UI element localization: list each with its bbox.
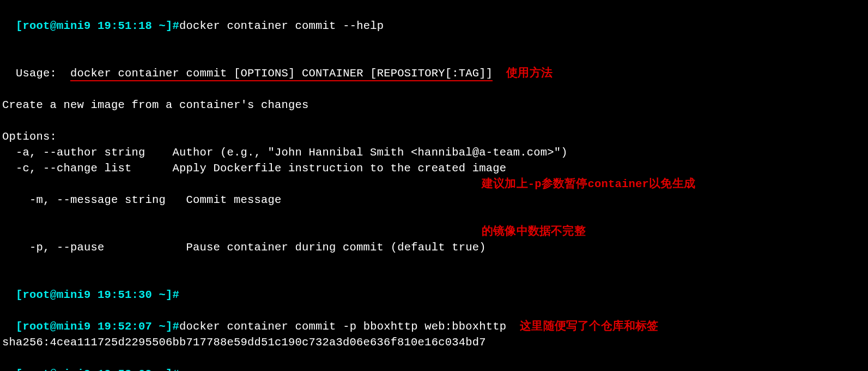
usage-text: docker container commit [OPTIONS] CONTAI… bbox=[70, 67, 493, 81]
blank-line bbox=[2, 34, 866, 50]
usage-line: Usage: docker container commit [OPTIONS]… bbox=[2, 50, 866, 81]
option-a: -a, --author string Author (e.g., "John … bbox=[2, 145, 866, 160]
sha-line: sha256:4cea111725d2295506bb717788e59dd51… bbox=[2, 334, 866, 350]
prompt: [root@mini9 19:51:18 ~]# bbox=[16, 20, 179, 32]
command: docker container commit -p bboxhttp web:… bbox=[179, 320, 506, 333]
terminal-line[interactable]: [root@mini9 19:53:09 ~]# bbox=[2, 350, 866, 371]
command: docker container commit --help bbox=[179, 20, 384, 32]
option-m: -m, --message string Commit message 建议加上… bbox=[2, 176, 866, 224]
terminal-line[interactable]: [root@mini9 19:51:18 ~]#docker container… bbox=[2, 2, 866, 34]
blank-line bbox=[2, 113, 866, 129]
desc-line: Create a new image from a container's ch… bbox=[2, 97, 866, 113]
option-p: -p, --pause Pause container during commi… bbox=[2, 224, 866, 271]
prompt: [root@mini9 19:53:09 ~]# bbox=[16, 368, 179, 371]
option-c: -c, --change list Apply Dockerfile instr… bbox=[2, 160, 866, 176]
terminal-line[interactable]: [root@mini9 19:52:07 ~]#docker container… bbox=[2, 303, 866, 334]
usage-label: Usage: bbox=[16, 67, 70, 80]
options-label: Options: bbox=[2, 129, 866, 145]
terminal-line[interactable]: [root@mini9 19:51:30 ~]# bbox=[2, 271, 866, 303]
prompt: [root@mini9 19:52:07 ~]# bbox=[16, 320, 179, 333]
prompt: [root@mini9 19:51:30 ~]# bbox=[16, 289, 179, 301]
annotation-pause-1: 建议加上-p参数暂停container以免生成 bbox=[482, 176, 695, 192]
annotation-commit: 这里随便写了个仓库和标签 bbox=[520, 320, 658, 333]
annotation-usage: 使用方法 bbox=[506, 67, 553, 80]
blank-line bbox=[2, 81, 866, 97]
annotation-pause-2: 的镜像中数据不完整 bbox=[482, 224, 586, 240]
